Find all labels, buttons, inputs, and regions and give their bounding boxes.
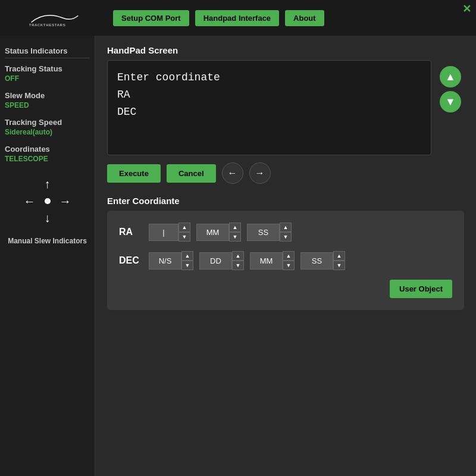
enter-coordinate-section: Enter Coordiante RA ▲ ▼ [107, 196, 464, 310]
slew-down-indicator: ↓ [45, 211, 51, 225]
dec-mm-btns: ▲ ▼ [283, 251, 295, 270]
dec-ss-spinner: ▲ ▼ [300, 251, 345, 270]
dec-dd-up[interactable]: ▲ [232, 251, 244, 261]
sidebar: Status Indicators Tracking Status OFF Sl… [0, 36, 95, 476]
ra-mm-btns: ▲ ▼ [229, 223, 241, 242]
dec-ns-input[interactable] [149, 252, 181, 270]
scroll-down-button[interactable]: ▼ [440, 91, 461, 112]
dec-mm-up[interactable]: ▲ [283, 251, 295, 261]
logo-svg: TRACKTHESTARS [24, 9, 83, 27]
ra-hh-down[interactable]: ▼ [178, 232, 190, 242]
slew-center-dot [45, 198, 51, 204]
ra-row: RA ▲ ▼ ▲ ▼ [119, 223, 452, 242]
ra-ss-up[interactable]: ▲ [280, 223, 292, 232]
dec-ns-spinner: ▲ ▼ [149, 251, 193, 270]
dec-row: DEC ▲ ▼ ▲ ▼ [119, 251, 452, 270]
dec-dd-spinner: ▲ ▼ [199, 251, 244, 270]
slew-mode-label: Slew Mode [5, 85, 90, 101]
enter-coord-box: RA ▲ ▼ ▲ ▼ [107, 211, 464, 310]
dec-dd-down[interactable]: ▼ [232, 261, 244, 270]
dec-label: DEC [119, 255, 143, 266]
about-button[interactable]: About [285, 10, 324, 26]
tracking-speed-label: Tracking Speed [5, 112, 90, 128]
dec-ns-btns: ▲ ▼ [181, 251, 193, 270]
action-buttons: Execute Cancel ← → [107, 162, 464, 184]
user-object-button[interactable]: User Object [390, 280, 452, 298]
ra-label: RA [119, 227, 143, 237]
ra-mm-input[interactable] [196, 224, 229, 241]
slew-arrows: ↑ ← → ↓ [24, 177, 71, 225]
dec-ns-down[interactable]: ▼ [181, 261, 193, 270]
dec-ss-up[interactable]: ▲ [333, 251, 345, 261]
handpad-line-2: RA [117, 86, 421, 104]
manual-slew-label: Manual Slew Indicators [5, 237, 90, 245]
content-area: HandPad Screen Enter coordinate RA DEC ▲… [95, 36, 476, 476]
handpad-line-3: DEC [117, 104, 421, 121]
handpad-wrapper: Enter coordinate RA DEC ▲ ▼ [107, 60, 431, 155]
scroll-up-button[interactable]: ▲ [440, 66, 461, 87]
slew-mode-value: SPEED [5, 101, 90, 112]
dec-ss-down[interactable]: ▼ [333, 261, 345, 270]
tracking-status-label: Tracking Status [5, 58, 90, 74]
ra-ss-spinner: ▲ ▼ [247, 223, 292, 242]
cancel-button[interactable]: Cancel [167, 164, 216, 183]
slew-right-indicator: → [60, 195, 71, 208]
logo-area: TRACKTHESTARS [6, 9, 101, 27]
coordinates-label: Coordinates [5, 139, 90, 155]
enter-coord-title: Enter Coordiante [107, 196, 464, 206]
dec-ns-up[interactable]: ▲ [181, 251, 193, 261]
ra-mm-up[interactable]: ▲ [229, 223, 241, 232]
setup-com-port-button[interactable]: Setup COM Port [113, 10, 189, 26]
scroll-buttons: ▲ ▼ [440, 66, 461, 112]
ra-hh-spinner: ▲ ▼ [149, 223, 190, 242]
top-bar: TRACKTHESTARS Setup COM Port Handpad Int… [0, 0, 476, 36]
ra-mm-down[interactable]: ▼ [229, 232, 241, 242]
dec-ss-input[interactable] [300, 252, 333, 270]
ra-ss-input[interactable] [247, 224, 280, 241]
execute-button[interactable]: Execute [107, 164, 161, 183]
handpad-screen: Enter coordinate RA DEC [107, 60, 431, 155]
forward-nav-button[interactable]: → [249, 162, 271, 184]
dec-dd-btns: ▲ ▼ [232, 251, 244, 270]
nav-buttons: Setup COM Port Handpad Interface About [113, 10, 324, 26]
svg-text:TRACKTHESTARS: TRACKTHESTARS [29, 23, 66, 27]
ra-hh-input[interactable] [149, 224, 178, 241]
status-indicators-title: Status Indicators [5, 42, 90, 58]
handpad-section-title: HandPad Screen [107, 45, 464, 55]
dec-mm-down[interactable]: ▼ [283, 261, 295, 270]
handpad-line-1: Enter coordinate [117, 69, 421, 86]
close-button[interactable]: ✕ [458, 0, 476, 18]
dec-mm-spinner: ▲ ▼ [250, 251, 295, 270]
dec-dd-input[interactable] [199, 252, 232, 270]
tracking-speed-value: Sidereal(auto) [5, 128, 90, 139]
ra-hh-btns: ▲ ▼ [178, 223, 190, 242]
slew-up-indicator: ↑ [45, 177, 51, 191]
ra-ss-btns: ▲ ▼ [280, 223, 292, 242]
coordinates-value: TELESCOPE [5, 155, 90, 165]
handpad-interface-button[interactable]: Handpad Interface [195, 10, 279, 26]
tracking-status-value: OFF [5, 74, 90, 85]
ra-mm-spinner: ▲ ▼ [196, 223, 241, 242]
dec-mm-input[interactable] [250, 252, 283, 270]
ra-hh-up[interactable]: ▲ [178, 223, 190, 232]
back-nav-button[interactable]: ← [222, 162, 243, 184]
slew-arrows-container: ↑ ← → ↓ [5, 177, 90, 225]
user-obj-row: User Object [119, 280, 452, 298]
main-layout: Status Indicators Tracking Status OFF Sl… [0, 36, 476, 476]
ra-ss-down[interactable]: ▼ [280, 232, 292, 242]
slew-left-indicator: ← [24, 195, 36, 208]
dec-ss-btns: ▲ ▼ [333, 251, 345, 270]
